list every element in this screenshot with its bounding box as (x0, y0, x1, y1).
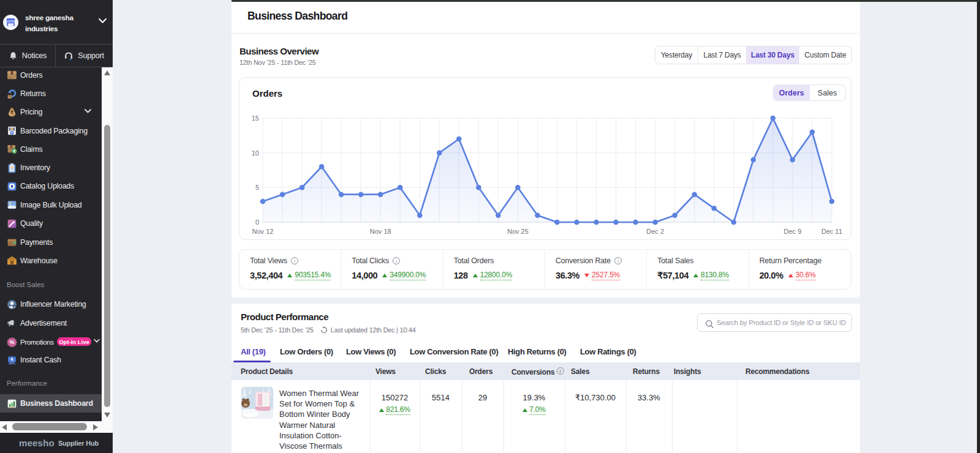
svg-text:0: 0 (255, 219, 259, 226)
svg-text:Dec 9: Dec 9 (784, 228, 802, 235)
svg-text:Nov 12: Nov 12 (252, 228, 274, 235)
svg-text:₹: ₹ (10, 358, 13, 362)
svg-text:Nov 18: Nov 18 (370, 228, 391, 235)
svg-text:Dec 2: Dec 2 (646, 228, 664, 235)
svg-text:%: % (10, 339, 15, 345)
svg-text:MPPL: MPPL (9, 362, 15, 365)
svg-text:Dec 11: Dec 11 (821, 228, 842, 235)
svg-text:10: 10 (252, 149, 259, 157)
svg-text:5: 5 (255, 184, 259, 191)
svg-text:15: 15 (252, 114, 259, 122)
svg-text:Nov 25: Nov 25 (507, 228, 529, 235)
svg-text:₹: ₹ (10, 110, 13, 116)
svg-text:₹: ₹ (13, 149, 16, 154)
